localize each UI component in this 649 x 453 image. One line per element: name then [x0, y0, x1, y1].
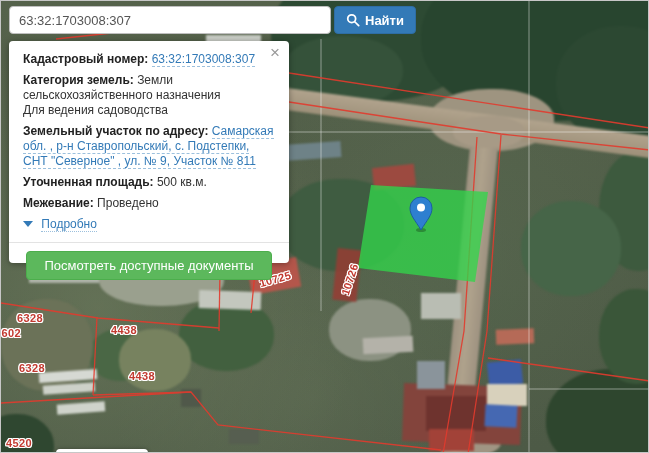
cadastral-number-label: Кадастровый номер: [23, 52, 148, 66]
parcel-label: 6328 [19, 362, 45, 374]
search-button[interactable]: Найти [334, 6, 416, 34]
bottom-popup-edge [56, 449, 148, 453]
building-maroon-roof [426, 396, 486, 431]
building-light [363, 336, 414, 355]
land-use-value: Для ведения садоводства [23, 103, 168, 117]
area-row: Уточненная площадь: 500 кв.м. [23, 175, 275, 190]
survey-value: Проведено [97, 196, 159, 210]
parcel-label: 4520 [6, 437, 32, 449]
building-gray [417, 361, 445, 389]
search-icon [346, 13, 360, 27]
chevron-down-icon [23, 221, 33, 227]
search-input[interactable] [9, 6, 331, 34]
search-bar: Найти [9, 6, 416, 34]
view-documents-button[interactable]: Посмотреть доступные документы [26, 251, 271, 280]
building-cream [487, 384, 527, 406]
tree-blob [521, 201, 621, 296]
building-red-roof [429, 429, 474, 451]
parcel-info-body: Кадастровый номер: 63:32:1703008:307 Кат… [9, 41, 289, 242]
parcel-info-card: × Кадастровый номер: 63:32:1703008:307 К… [9, 41, 289, 263]
close-icon[interactable]: × [270, 44, 280, 61]
building-blue-roof [487, 359, 523, 386]
building-red-roof [372, 164, 416, 190]
map-viewport[interactable]: 6328 0602 4438 6328 4438 4520 10725 1072… [0, 0, 649, 453]
building-orange [496, 328, 535, 344]
parcel-label: 4438 [129, 370, 155, 382]
survey-label: Межевание: [23, 196, 94, 210]
building-white [199, 290, 262, 310]
area-label: Уточненная площадь: [23, 175, 154, 189]
parcel-label: 6328 [17, 312, 43, 324]
parcel-label: 0602 [0, 327, 21, 339]
address-row: Земельный участок по адресу: Самарская о… [23, 124, 275, 169]
search-button-label: Найти [365, 13, 404, 28]
road-junction [453, 116, 525, 148]
survey-row: Межевание: Проведено [23, 196, 275, 211]
cadastral-number-link[interactable]: 63:32:1703008:307 [152, 52, 255, 67]
address-label: Земельный участок по адресу: [23, 124, 208, 138]
details-row: Подробно [23, 217, 275, 232]
card-footer: Посмотреть доступные документы [9, 242, 289, 290]
building-blue-roof [484, 404, 517, 428]
shed-dark [181, 389, 201, 407]
parcel-label: 4438 [111, 324, 137, 336]
building-white [421, 293, 461, 319]
land-category-row: Категория земель: Земли сельскохозяйстве… [23, 73, 275, 118]
area-value: 500 кв.м. [157, 175, 207, 189]
land-category-label: Категория земель: [23, 73, 134, 87]
building-teal [283, 141, 342, 161]
shed-dark [229, 429, 259, 444]
details-link[interactable]: Подробно [41, 217, 97, 232]
cadastral-number-row: Кадастровый номер: 63:32:1703008:307 [23, 52, 275, 67]
shed-row [57, 401, 106, 414]
